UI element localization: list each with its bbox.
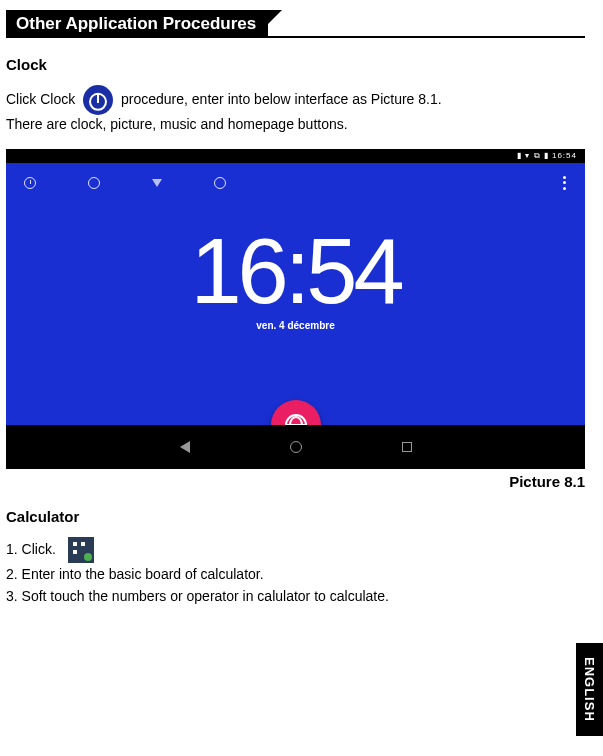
section-header: Other Application Procedures	[6, 10, 585, 38]
nav-back-icon[interactable]	[180, 441, 190, 453]
clock-text-2: procedure, enter into below interface as…	[121, 91, 442, 107]
android-navbar	[6, 425, 585, 469]
clock-time-display: 16:54	[6, 219, 585, 324]
screenshot-8-1: ▮ ▾ ⧉ ▮ 16:54 16:54 ven. 4 décembre	[6, 149, 585, 490]
figure-caption: Picture 8.1	[6, 473, 585, 490]
calc-step-2: 2. Enter into the basic board of calcula…	[6, 563, 585, 585]
language-tab: ENGLISH	[576, 643, 603, 736]
clock-section-title: Clock	[6, 56, 585, 73]
clock-paragraph: Click Clock procedure, enter into below …	[6, 85, 585, 135]
timer-tab-icon[interactable]	[152, 179, 162, 187]
header-badge: Other Application Procedures	[6, 10, 268, 38]
clock-date-display: ven. 4 décembre	[6, 320, 585, 331]
calculator-steps: 1. Click. 2. Enter into the basic board …	[6, 537, 585, 608]
status-icons: ▮ ▾ ⧉ ▮ 16:54	[517, 151, 577, 160]
globe-icon	[285, 414, 307, 425]
clock-text-1: Click Clock	[6, 91, 75, 107]
calculator-app-icon	[68, 537, 94, 563]
header-rule	[6, 36, 585, 38]
android-status-bar: ▮ ▾ ⧉ ▮ 16:54	[6, 149, 585, 163]
calculator-section-title: Calculator	[6, 508, 585, 525]
clock-tab-icon[interactable]	[88, 177, 100, 189]
clock-tab-row	[6, 163, 585, 203]
nav-recent-icon[interactable]	[402, 442, 412, 452]
calc-step-1: 1. Click.	[6, 540, 56, 556]
overflow-menu-icon[interactable]	[563, 176, 567, 190]
clock-app-icon	[83, 85, 113, 115]
alarm-tab-icon[interactable]	[24, 177, 36, 189]
nav-home-icon[interactable]	[290, 441, 302, 453]
stopwatch-tab-icon[interactable]	[214, 177, 226, 189]
clock-text-3: There are clock, picture, music and home…	[6, 116, 348, 132]
world-clock-fab[interactable]	[271, 400, 321, 425]
calc-step-3: 3. Soft touch the numbers or operator in…	[6, 585, 585, 607]
